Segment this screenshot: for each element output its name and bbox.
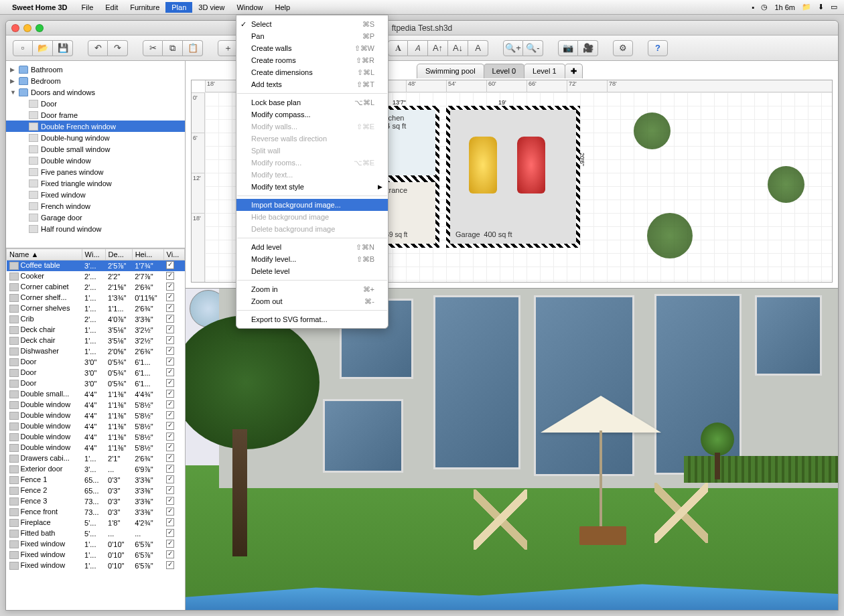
table-row[interactable]: Deck chair1'...3'5⅛"3'2½" bbox=[7, 325, 185, 335]
catalog-item[interactable]: French window bbox=[6, 200, 185, 212]
table-row[interactable]: Double window4'4"1'1⅜"5'8½" bbox=[7, 410, 185, 421]
table-row[interactable]: Double window4'4"1'1⅜"5'8½" bbox=[7, 421, 185, 432]
table-row[interactable]: Door3'0"0'5¾"6'1... bbox=[7, 378, 185, 389]
text-bold-button[interactable]: 𝐀 bbox=[388, 40, 408, 56]
help-button[interactable]: ? bbox=[648, 40, 668, 56]
3d-view[interactable] bbox=[186, 289, 838, 610]
menu-item-create-dimensions[interactable]: Create dimensions⇧⌘L bbox=[236, 66, 388, 78]
catalog-item[interactable]: Door frame bbox=[6, 109, 185, 121]
visible-checkbox[interactable] bbox=[166, 358, 174, 366]
menu-item-export-to-svg-format[interactable]: Export to SVG format... bbox=[236, 313, 388, 325]
table-row[interactable]: Double window4'4"1'1⅜"5'8½" bbox=[7, 432, 185, 443]
menu-item-add-texts[interactable]: Add texts⇧⌘T bbox=[236, 78, 388, 90]
visible-checkbox[interactable] bbox=[166, 336, 174, 344]
tree-icon[interactable] bbox=[647, 213, 693, 258]
menu-item-delete-level[interactable]: Delete level bbox=[236, 265, 388, 277]
visible-checkbox[interactable] bbox=[166, 497, 174, 505]
menu-item-modify-compass[interactable]: Modify compass... bbox=[236, 108, 388, 121]
table-row[interactable]: Double window4'4"1'1⅜"5'8½" bbox=[7, 443, 185, 453]
menu-item-zoom-in[interactable]: Zoom in⌘+ bbox=[236, 283, 388, 295]
text-size-up-button[interactable]: A↑ bbox=[428, 40, 448, 56]
visible-checkbox[interactable] bbox=[166, 379, 174, 387]
close-button[interactable] bbox=[11, 24, 19, 32]
menu-item-select[interactable]: ✓Select⌘S bbox=[236, 18, 388, 30]
visible-checkbox[interactable] bbox=[166, 443, 174, 451]
catalog-item[interactable]: Door bbox=[6, 98, 185, 109]
text-italic-button[interactable]: 𝘈 bbox=[408, 40, 428, 56]
catalog-item[interactable]: Double French window bbox=[6, 121, 185, 132]
visible-checkbox[interactable] bbox=[166, 475, 174, 483]
visible-checkbox[interactable] bbox=[166, 390, 174, 398]
menu-help[interactable]: Help bbox=[269, 2, 297, 13]
clock-icon[interactable]: ◷ bbox=[761, 3, 768, 11]
car-red-icon[interactable] bbox=[517, 137, 545, 194]
download-icon[interactable]: ⬇ bbox=[818, 3, 824, 11]
column-header[interactable]: De... bbox=[105, 249, 132, 260]
text-style-button[interactable]: A bbox=[468, 40, 488, 56]
visible-checkbox[interactable] bbox=[166, 433, 174, 441]
table-row[interactable]: Door3'0"0'5¾"6'1... bbox=[7, 368, 185, 378]
undo-button[interactable]: ↶ bbox=[88, 40, 108, 56]
visible-checkbox[interactable] bbox=[166, 540, 174, 548]
menu-item-create-walls[interactable]: Create walls⇧⌘W bbox=[236, 42, 388, 54]
tree-icon[interactable] bbox=[634, 112, 671, 149]
table-row[interactable]: Crib2'...4'0⅞"3'3⅜" bbox=[7, 314, 185, 325]
room-garage[interactable]: Garage 400 sq ft bbox=[446, 106, 580, 248]
menu-item-pan[interactable]: Pan⌘P bbox=[236, 30, 388, 42]
visible-checkbox[interactable] bbox=[166, 529, 174, 537]
catalog-item[interactable]: Garage door bbox=[6, 212, 185, 223]
level-tab-level-0[interactable]: Level 0 bbox=[484, 64, 524, 78]
catalog-folder-bedroom[interactable]: ▶Bedroom bbox=[6, 75, 185, 86]
table-row[interactable]: Cooker2'...2'2"2'7⅞" bbox=[7, 271, 185, 282]
column-header[interactable]: Hei... bbox=[132, 249, 163, 260]
menu-item-create-rooms[interactable]: Create rooms⇧⌘R bbox=[236, 54, 388, 66]
table-row[interactable]: Corner cabinet2'...2'1⅝"2'6¾" bbox=[7, 282, 185, 293]
table-row[interactable]: Fence 265...0'3"3'3⅜" bbox=[7, 485, 185, 496]
table-row[interactable]: Exterior door3'......6'9⅞" bbox=[7, 464, 185, 475]
table-row[interactable]: Fireplace5'...1'8"4'2¾" bbox=[7, 518, 185, 528]
catalog-item[interactable]: Fixed window bbox=[6, 189, 185, 200]
column-header[interactable]: Vi... bbox=[163, 249, 184, 260]
table-row[interactable]: Fitted bath5'......... bbox=[7, 528, 185, 539]
catalog-folder-doors-and-windows[interactable]: ▼Doors and windows bbox=[6, 86, 185, 98]
visible-checkbox[interactable] bbox=[166, 261, 174, 269]
catalog-item[interactable]: Fixed triangle window bbox=[6, 177, 185, 189]
table-row[interactable]: Drawers cabi...1'...2'1"2'6¾" bbox=[7, 453, 185, 464]
save-button[interactable]: 💾 bbox=[53, 40, 73, 56]
menu-file[interactable]: File bbox=[76, 2, 100, 13]
visible-checkbox[interactable] bbox=[166, 518, 174, 526]
visible-checkbox[interactable] bbox=[166, 561, 174, 569]
visible-checkbox[interactable] bbox=[166, 508, 174, 516]
menu-item-add-level[interactable]: Add level⇧⌘N bbox=[236, 241, 388, 253]
cut-button[interactable]: ✂ bbox=[143, 40, 163, 56]
catalog-item[interactable]: Double window bbox=[6, 155, 185, 166]
terminal-icon[interactable]: ▪ bbox=[752, 3, 755, 11]
copy-button[interactable]: ⧉ bbox=[163, 40, 183, 56]
menu-item-modify-text-style[interactable]: Modify text style▶ bbox=[236, 181, 388, 193]
visible-checkbox[interactable] bbox=[166, 465, 174, 473]
folder-status-icon[interactable]: 📁 bbox=[802, 3, 811, 11]
visible-checkbox[interactable] bbox=[166, 293, 174, 301]
visible-checkbox[interactable] bbox=[166, 550, 174, 558]
table-row[interactable]: Double window4'4"1'1⅜"5'8½" bbox=[7, 400, 185, 410]
zoom-in-button[interactable]: 🔍+ bbox=[503, 40, 523, 56]
visible-checkbox[interactable] bbox=[166, 325, 174, 333]
visible-checkbox[interactable] bbox=[166, 283, 174, 291]
catalog-folder-bathroom[interactable]: ▶Bathroom bbox=[6, 64, 185, 75]
menu-item-import-background-image[interactable]: Import background image... bbox=[236, 199, 388, 211]
table-row[interactable]: Fixed window1'...0'10"6'5⅞" bbox=[7, 539, 185, 550]
visible-checkbox[interactable] bbox=[166, 315, 174, 323]
video-button[interactable]: 🎥 bbox=[578, 40, 598, 56]
visible-checkbox[interactable] bbox=[166, 422, 174, 430]
menu-plan[interactable]: Plan bbox=[165, 2, 192, 13]
visible-checkbox[interactable] bbox=[166, 368, 174, 376]
visible-checkbox[interactable] bbox=[166, 486, 174, 494]
table-row[interactable]: Fence 165...0'3"3'3⅜" bbox=[7, 475, 185, 485]
text-size-down-button[interactable]: A↓ bbox=[448, 40, 468, 56]
furniture-table[interactable]: Name ▲Wi...De...Hei...Vi...Coffee table3… bbox=[6, 248, 185, 610]
level-tab-swimming-pool[interactable]: Swimming pool bbox=[417, 64, 484, 78]
visible-checkbox[interactable] bbox=[166, 272, 174, 280]
menu-item-lock-base-plan[interactable]: Lock base plan⌥⌘L bbox=[236, 96, 388, 108]
table-row[interactable]: Fixed window1'...0'10"6'5⅞" bbox=[7, 550, 185, 560]
add-furniture-button[interactable]: ＋ bbox=[218, 40, 238, 56]
